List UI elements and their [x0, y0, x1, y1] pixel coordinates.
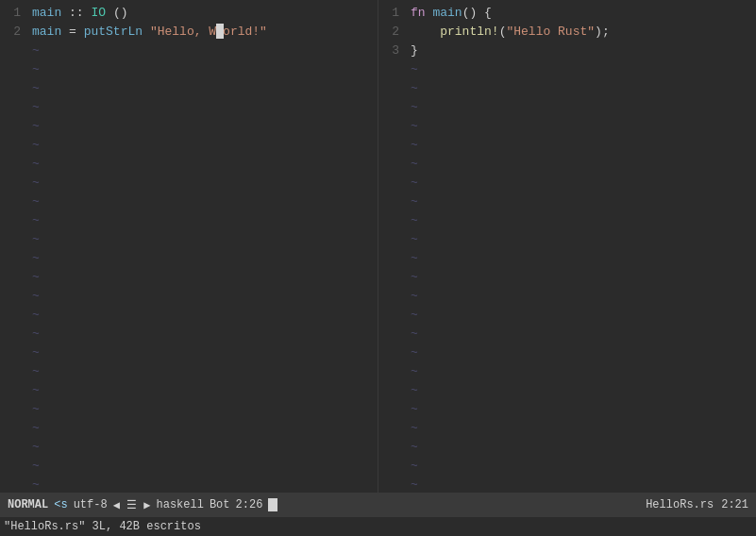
line-code: } [407, 42, 418, 60]
cmdline-text: "HelloRs.rs" 3L, 42B escritos [4, 520, 201, 533]
editor-area: 1 main :: IO () 2 main = putStrLn "Hello… [0, 0, 756, 493]
line-number: 1 [378, 4, 407, 23]
status-bot: Bot [210, 498, 230, 511]
status-cursor-indicator [268, 498, 277, 511]
right-code-content[interactable]: 1 fn main() { 2 println!("Hello Rust"); … [378, 0, 756, 493]
cmdline: "HelloRs.rs" 3L, 42B escritos [0, 517, 756, 536]
status-position: 2:26 [236, 498, 263, 511]
status-encoding: utf-8 [74, 498, 108, 511]
status-filetype: haskell [157, 498, 204, 511]
line-code: println!("Hello Rust"); [407, 23, 610, 42]
statusbar: NORMAL <s utf-8 ◀ ☰ ▶ haskell Bot 2:26 H… [0, 493, 756, 517]
line-number: 3 [378, 42, 407, 60]
status-arrows: ◀ ☰ ▶ [113, 498, 151, 512]
table-row: 2 main = putStrLn "Hello, World!" [0, 23, 378, 42]
table-row: 1 main :: IO () [0, 4, 378, 23]
tilde-area: ~ ~ ~ ~ ~ ~ ~ ~ ~ ~ ~ ~ ~ ~ ~ ~ ~ ~ ~ ~ [378, 60, 756, 493]
status-col-right: 2:21 [721, 498, 748, 511]
left-code-content[interactable]: 1 main :: IO () 2 main = putStrLn "Hello… [0, 0, 378, 493]
table-row: 2 println!("Hello Rust"); [378, 23, 756, 42]
status-right: HelloRs.rs 2:21 [646, 498, 748, 511]
line-code: fn main() { [407, 4, 492, 23]
status-filename-right: HelloRs.rs [646, 498, 714, 511]
status-tag: <s [54, 498, 67, 511]
tilde-area: ~ ~ ~ ~ ~ ~ ~ ~ ~ ~ ~ ~ ~ ~ ~ ~ ~ ~ ~ ~ [0, 42, 378, 493]
line-number: 1 [0, 4, 28, 23]
right-pane: 1 fn main() { 2 println!("Hello Rust"); … [378, 0, 756, 493]
status-mode: NORMAL [8, 498, 48, 511]
line-code: main :: IO () [28, 4, 127, 23]
line-number: 2 [378, 23, 407, 42]
left-pane: 1 main :: IO () 2 main = putStrLn "Hello… [0, 0, 378, 493]
table-row: 1 fn main() { [378, 4, 756, 23]
status-left: NORMAL <s utf-8 ◀ ☰ ▶ haskell Bot 2:26 [8, 498, 277, 512]
table-row: 3 } [378, 42, 756, 60]
line-number: 2 [0, 23, 28, 42]
line-code: main = putStrLn "Hello, World!" [28, 23, 267, 42]
